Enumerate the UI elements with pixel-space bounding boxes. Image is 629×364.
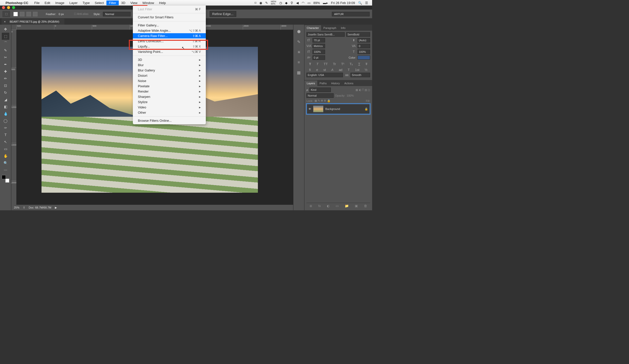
notif-icon[interactable]: ◆ [285,1,288,5]
menu-item-pixelate[interactable]: Pixelate [133,84,206,89]
menu-item-sharpen[interactable]: Sharpen [133,94,206,99]
healing-tool[interactable]: ✚ [2,68,9,75]
volume-icon[interactable]: ◀ [296,1,299,5]
minimize-window-button[interactable] [7,6,10,9]
foreground-background-colors[interactable] [2,175,9,183]
layer-filter-kind[interactable]: Kind [309,88,331,92]
close-window-button[interactable] [2,6,5,9]
layer-name[interactable]: Background [325,107,340,110]
dodge-tool[interactable]: ◯ [2,117,9,124]
layer-thumbnail[interactable] [313,106,323,112]
clock[interactable]: Fri 26 Feb 19:09 [331,1,355,5]
evernote-icon[interactable]: ✎ [265,1,268,5]
gradient-tool[interactable]: ◧ [2,103,9,110]
wifi-icon[interactable]: ◠ [302,1,304,5]
tab-info[interactable]: Info [339,25,348,31]
menu-layer[interactable]: Layer [67,1,80,5]
layer-row-background[interactable]: 👁 Background 🔒 [307,104,370,114]
menu-item-vanishing-point-[interactable]: Vanishing Point...⌥⌘ V [133,49,206,54]
menu-image[interactable]: Image [53,1,67,5]
menu-edit[interactable]: Edit [42,1,53,5]
layers-footer-buttons[interactable]: ⊕fx◐▭📁▣🗑 [306,203,370,209]
pen-tool[interactable]: ✑ [2,124,9,131]
hand-tool[interactable]: ✋ [2,152,9,159]
menu-item-render[interactable]: Render [133,89,206,94]
brush-tool[interactable]: ✏ [2,75,9,82]
menu-item-browse-filters-online-[interactable]: Browse Filters Online... [133,118,206,123]
zoom-window-button[interactable] [12,6,15,9]
layer-lock-icon[interactable]: 🔒 [365,107,368,111]
opentype-buttons[interactable]: fiσstAadT1st½ [306,67,370,73]
sync-icon[interactable]: ◷ [279,1,282,5]
app-name[interactable]: Photoshop CC [6,1,28,5]
lasso-tool[interactable]: ⌒ [2,40,9,47]
tab-paths[interactable]: Paths [317,80,329,86]
history-brush-tool[interactable]: ↻ [2,89,9,96]
swatches-panel-icon[interactable]: ▦ [297,70,301,75]
refine-edge-button[interactable]: Refine Edge... [210,11,236,17]
edit-toolbar[interactable]: ⋯ [2,167,9,174]
feather-value[interactable]: 0 px [59,13,64,16]
menu-select[interactable]: Select [92,1,106,5]
baseline-input[interactable]: 0 pt [312,55,325,60]
menu-item-distort[interactable]: Distort [133,73,206,78]
blur-tool[interactable]: 💧 [2,110,9,117]
tab-layers[interactable]: Layers [304,80,317,86]
menu-filter[interactable]: Filter [106,1,119,5]
font-family-select[interactable]: Josefin Sans SemiB... [306,32,345,37]
antialias-select[interactable]: Smooth [350,73,370,77]
font-weight-select[interactable]: SemiBold [346,32,370,37]
tracking-input[interactable]: 0 [358,44,370,48]
crop-tool[interactable]: ✂ [2,54,9,61]
marquee-tool[interactable]: ⬚ [2,33,9,40]
display-icon[interactable]: ▭ [307,1,310,5]
tab-actions[interactable]: Actions [342,80,356,86]
antialias-checkbox[interactable]: Anti-alias [77,12,88,15]
menu-item-camera-raw-filter-[interactable]: Camera Raw Filter...⇧⌘ A [133,33,206,38]
path-select-tool[interactable]: ↖ [2,138,9,145]
blend-mode-select[interactable]: Normal [306,93,334,98]
tool-preset-icon[interactable]: ⬚ [3,11,10,17]
menu-item-noise[interactable]: Noise [133,78,206,84]
menu-item-adaptive-wide-angle-[interactable]: Adaptive Wide Angle...⌥⇧⌘ A [133,28,206,33]
hscale-input[interactable]: 100% [358,50,370,54]
battery-icon[interactable]: ▬▸ [323,1,328,5]
vscale-input[interactable]: 100% [312,50,325,54]
menu-item-stylize[interactable]: Stylize [133,99,206,105]
move-tool[interactable]: ✥ [2,26,9,33]
menu-item-other[interactable]: Other [133,110,206,115]
spotlight-icon[interactable]: 🔍 [358,1,362,5]
zoom-tool[interactable]: 🔍 [2,159,9,167]
menu-item-blur-gallery[interactable]: Blur Gallery [133,68,206,73]
style-select[interactable]: Normal [103,12,131,16]
menu-window[interactable]: Window [140,1,156,5]
dropbox-icon[interactable]: ⌑ [255,1,256,5]
menu-item-filter-gallery-[interactable]: Filter Gallery... [133,23,206,28]
eraser-tool[interactable]: ◢ [2,96,9,103]
menu-item-blur[interactable]: Blur [133,62,206,68]
tab-character[interactable]: Character [304,25,321,31]
menu-item-3d[interactable]: 3D [133,57,206,62]
kerning-input[interactable]: Metrics [312,44,325,48]
menu-help[interactable]: Help [156,1,168,5]
language-select[interactable]: English: USA [306,73,343,77]
zoom-level[interactable]: 25% [14,206,19,209]
brushes-panel-icon[interactable]: ✎ [297,39,300,44]
bluetooth-icon[interactable]: ⚲ [291,1,293,5]
stamp-tool[interactable]: ⊡ [2,82,9,89]
tab-history[interactable]: History [329,80,342,86]
marquee-mode-icons[interactable] [13,12,38,16]
doc-info[interactable]: Doc: 68.7M/68.7M [29,206,51,209]
cc-icon[interactable]: ◉ [259,1,262,5]
menu-item-video[interactable]: Video [133,105,206,110]
layer-visibility-icon[interactable]: 👁 [308,107,311,110]
shape-tool[interactable]: ▭ [2,145,9,152]
3d-panel-icon[interactable]: ⬢ [297,29,301,34]
menu-item-liquify-[interactable]: Liquify...⇧⌘ X [133,44,206,49]
workspace-select[interactable]: ARTUR [332,12,370,16]
leading-input[interactable]: (Auto) [358,38,370,43]
menu-item-lens-correction-[interactable]: Lens Correction...⇧⌘ R [133,38,206,44]
menu-type[interactable]: Type [80,1,92,5]
menu-file[interactable]: File [32,1,42,5]
menu-3d[interactable]: 3D [119,1,128,5]
